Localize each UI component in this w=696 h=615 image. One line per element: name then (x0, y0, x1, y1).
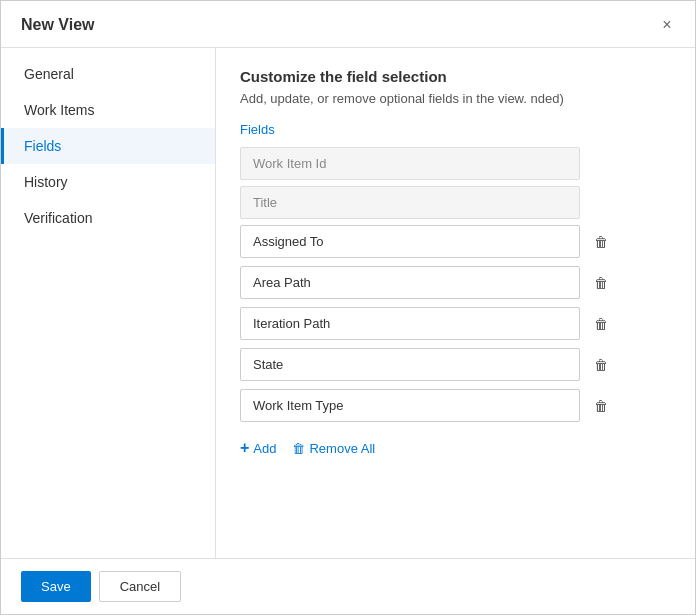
delete-area-path-button[interactable] (588, 270, 614, 296)
main-content: Customize the field selection Add, updat… (216, 48, 695, 558)
trash-small-icon (292, 441, 305, 456)
sidebar-item-general-label: General (24, 66, 74, 82)
field-input-state[interactable] (240, 348, 580, 381)
remove-all-button[interactable]: Remove All (292, 437, 375, 460)
actions-row: + Add Remove All (240, 436, 671, 460)
field-row-state (240, 348, 671, 381)
sidebar-item-verification-label: Verification (24, 210, 92, 226)
dialog-header: New View × (1, 1, 695, 48)
cancel-button[interactable]: Cancel (99, 571, 181, 602)
readonly-field-title: Title (240, 186, 580, 219)
field-input-assigned-to[interactable] (240, 225, 580, 258)
plus-icon: + (240, 440, 249, 456)
trash-icon-state (594, 356, 608, 374)
new-view-dialog: New View × General Work Items Fields His… (0, 0, 696, 615)
trash-icon-iteration-path (594, 315, 608, 333)
close-button[interactable]: × (655, 13, 679, 37)
dialog-footer: Save Cancel (1, 558, 695, 614)
field-row-iteration-path (240, 307, 671, 340)
section-title: Customize the field selection (240, 68, 671, 85)
dialog-title: New View (21, 16, 95, 34)
sidebar-item-history[interactable]: History (1, 164, 215, 200)
sidebar-item-fields[interactable]: Fields (1, 128, 215, 164)
trash-icon-assigned-to (594, 233, 608, 251)
add-label: Add (253, 441, 276, 456)
close-icon: × (662, 16, 671, 34)
sidebar-item-general[interactable]: General (1, 56, 215, 92)
readonly-work-item-id-text: Work Item Id (253, 156, 326, 171)
field-row-area-path (240, 266, 671, 299)
dialog-body: General Work Items Fields History Verifi… (1, 48, 695, 558)
sidebar-item-work-items-label: Work Items (24, 102, 95, 118)
section-desc: Add, update, or remove optional fields i… (240, 91, 671, 106)
readonly-field-work-item-id: Work Item Id (240, 147, 580, 180)
sidebar-item-work-items[interactable]: Work Items (1, 92, 215, 128)
field-input-work-item-type[interactable] (240, 389, 580, 422)
sidebar-item-fields-label: Fields (24, 138, 61, 154)
fields-label: Fields (240, 122, 671, 137)
field-input-iteration-path[interactable] (240, 307, 580, 340)
delete-state-button[interactable] (588, 352, 614, 378)
delete-work-item-type-button[interactable] (588, 393, 614, 419)
readonly-title-text: Title (253, 195, 277, 210)
sidebar-item-history-label: History (24, 174, 68, 190)
add-field-button[interactable]: + Add (240, 436, 276, 460)
save-button[interactable]: Save (21, 571, 91, 602)
field-row-assigned-to (240, 225, 671, 258)
field-input-area-path[interactable] (240, 266, 580, 299)
trash-icon-work-item-type (594, 397, 608, 415)
sidebar: General Work Items Fields History Verifi… (1, 48, 216, 558)
remove-all-label: Remove All (309, 441, 375, 456)
delete-assigned-to-button[interactable] (588, 229, 614, 255)
field-row-work-item-type (240, 389, 671, 422)
trash-icon-area-path (594, 274, 608, 292)
sidebar-item-verification[interactable]: Verification (1, 200, 215, 236)
delete-iteration-path-button[interactable] (588, 311, 614, 337)
